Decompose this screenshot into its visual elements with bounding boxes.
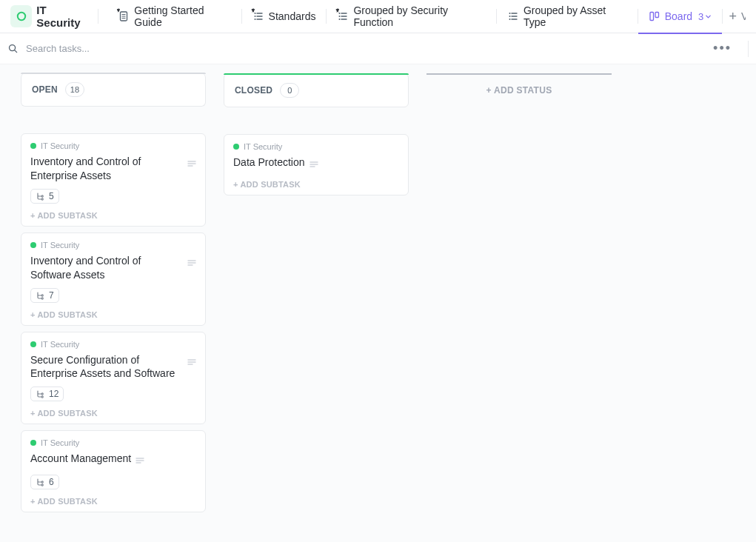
svg-point-20: [41, 481, 43, 483]
subtask-count[interactable]: 6: [30, 475, 59, 489]
column-open-header[interactable]: OPEN 18: [21, 73, 206, 107]
task-card[interactable]: IT Security Inventory and Control of Ent…: [21, 133, 206, 227]
add-subtask-button[interactable]: + ADD SUBTASK: [30, 211, 196, 220]
svg-point-16: [41, 294, 43, 295]
card-title: Secure Configuration of Enterprise Asset…: [30, 353, 183, 381]
card-title: Data Protection: [233, 155, 305, 170]
list-status-icon: [10, 5, 32, 27]
tab-board[interactable]: Board 3: [638, 0, 723, 33]
tab-grouped-security-function[interactable]: Grouped by Security Function: [327, 0, 496, 33]
pin-icon: [116, 8, 122, 15]
description-icon: [310, 158, 318, 173]
description-icon: [136, 455, 144, 469]
subtask-count[interactable]: 5: [30, 189, 59, 204]
column-add-status: + ADD STATUS: [426, 73, 612, 106]
column-open: OPEN 18 IT Security Inventory and Contro…: [21, 73, 206, 512]
tab-label: Grouped by Asset Type: [523, 4, 627, 28]
search-group[interactable]: [7, 42, 136, 55]
board-icon: [649, 10, 660, 22]
column-count-badge: 18: [65, 82, 84, 97]
list-icon: [507, 10, 519, 22]
column-closed-cards: IT Security Data Protection + ADD SUBTAS…: [224, 134, 409, 195]
list-title: IT Security: [36, 4, 92, 29]
svg-point-9: [509, 16, 510, 17]
column-title: OPEN: [32, 84, 58, 95]
task-card[interactable]: IT Security Secure Configuration of Ente…: [21, 332, 206, 425]
column-open-cards: IT Security Inventory and Control of Ent…: [21, 133, 206, 512]
subtask-icon: [36, 478, 44, 486]
task-card[interactable]: IT Security Data Protection + ADD SUBTAS…: [224, 134, 409, 195]
add-subtask-button[interactable]: + ADD SUBTASK: [233, 180, 399, 189]
card-breadcrumb: IT Security: [233, 142, 399, 151]
tab-getting-started[interactable]: Getting Started Guide: [107, 0, 241, 33]
card-breadcrumb: IT Security: [30, 241, 196, 250]
subtask-icon: [36, 192, 44, 201]
subtask-icon: [36, 389, 44, 398]
task-card[interactable]: IT Security Account Management 6 + ADD S…: [21, 430, 206, 512]
add-subtask-button[interactable]: + ADD SUBTASK: [30, 409, 196, 418]
column-closed-header[interactable]: CLOSED 0: [224, 73, 409, 107]
search-icon: [7, 43, 19, 54]
view-tabs: Getting Started Guide Standards Grouped …: [107, 0, 752, 33]
svg-point-21: [41, 484, 43, 486]
column-title: CLOSED: [235, 85, 272, 96]
svg-point-6: [339, 16, 341, 17]
pin-icon: [335, 8, 341, 14]
description-icon: [187, 356, 196, 370]
add-status-button[interactable]: + ADD STATUS: [426, 73, 612, 106]
status-dot-icon: [30, 143, 36, 149]
status-dot-icon: [30, 242, 36, 248]
card-title: Inventory and Control of Software Assets: [30, 254, 183, 282]
card-breadcrumb: IT Security: [30, 340, 196, 349]
tab-board-count: 3: [698, 11, 712, 22]
add-view-button[interactable]: + V: [723, 0, 752, 33]
svg-point-7: [339, 19, 341, 20]
board-area: OPEN 18 IT Security Inventory and Contro…: [0, 64, 756, 542]
doc-icon: [118, 10, 130, 22]
svg-point-10: [509, 19, 510, 20]
svg-rect-11: [650, 13, 654, 21]
toolbar: •••: [0, 33, 756, 64]
toolbar-more-button[interactable]: •••: [709, 38, 736, 59]
svg-point-8: [509, 13, 510, 14]
description-icon: [187, 257, 196, 271]
chevron-down-icon: [705, 13, 712, 20]
tab-label: Getting Started Guide: [134, 4, 230, 28]
card-breadcrumb: IT Security: [30, 141, 196, 150]
status-dot-icon: [30, 341, 36, 347]
card-breadcrumb: IT Security: [30, 438, 196, 447]
card-title: Account Management: [30, 452, 131, 466]
svg-rect-12: [655, 13, 659, 18]
column-count-badge: 0: [280, 83, 299, 98]
column-closed: CLOSED 0 IT Security Data Protection + A…: [224, 73, 409, 195]
svg-point-0: [17, 13, 24, 20]
tab-label: Board: [665, 10, 692, 22]
list-icon: [337, 10, 349, 22]
list-icon: [252, 10, 264, 22]
add-subtask-button[interactable]: + ADD SUBTASK: [30, 310, 196, 319]
tab-standards[interactable]: Standards: [242, 0, 327, 33]
tab-label: Grouped by Security Function: [353, 4, 486, 28]
tab-grouped-asset-type[interactable]: Grouped by Asset Type: [497, 0, 638, 33]
card-title: Inventory and Control of Enterprise Asse…: [30, 155, 183, 183]
view-tabs-bar: IT Security Getting Started Guide Standa…: [0, 0, 756, 33]
subtask-count[interactable]: 12: [30, 387, 64, 401]
svg-point-19: [41, 396, 43, 398]
description-icon: [187, 158, 196, 172]
svg-point-18: [41, 393, 43, 395]
tab-label: Standards: [269, 10, 316, 22]
subtask-count[interactable]: 7: [30, 288, 59, 303]
svg-point-15: [41, 198, 43, 200]
list-title-chip[interactable]: IT Security: [4, 1, 98, 32]
search-input[interactable]: [24, 42, 136, 55]
svg-point-4: [254, 19, 255, 20]
svg-point-17: [41, 297, 43, 298]
ellipsis-icon: •••: [713, 41, 732, 56]
pin-icon: [250, 8, 256, 14]
svg-point-3: [254, 16, 255, 17]
plus-icon: +: [729, 9, 737, 24]
subtask-icon: [36, 291, 44, 300]
task-card[interactable]: IT Security Inventory and Control of Sof…: [21, 232, 206, 326]
status-dot-icon: [233, 144, 239, 150]
add-subtask-button[interactable]: + ADD SUBTASK: [30, 497, 196, 506]
